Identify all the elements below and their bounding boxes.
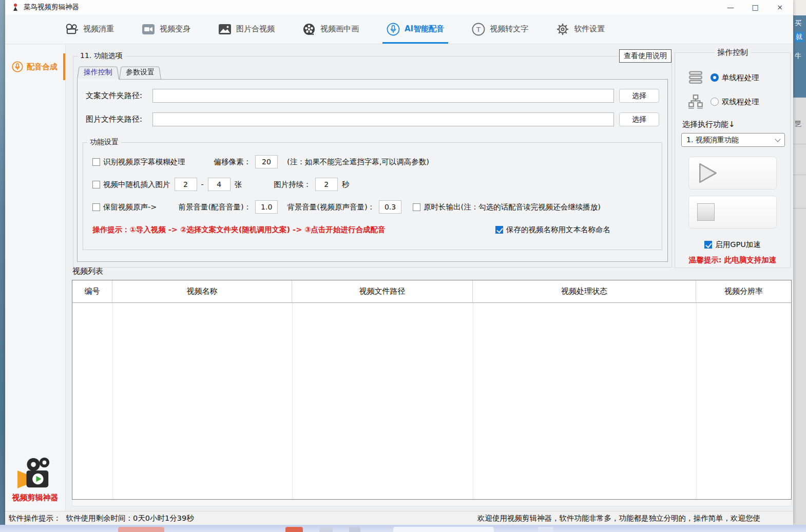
letter-t-icon: T [472,23,485,36]
select-function-label: 选择执行功能↓ [682,120,735,129]
status-left: 软件操作提示： 软件使用剩余时间：0天0小时1分39秒 [5,514,194,523]
taskbar [0,525,806,532]
sidebar-item-dubbing[interactable]: 配音合成 [5,55,65,79]
tab-label: 视频消重 [83,24,114,34]
single-thread-icon [687,70,704,85]
column-header-name[interactable]: 视频名称 [112,280,292,302]
gpu-hint: 温馨提示: 此电脑支持加速 [675,255,790,265]
column-header-index[interactable]: 编号 [72,280,112,302]
tab-label: 视频画中画 [320,24,359,34]
desktop-edge-right: 买 就 牛 乬 [793,0,806,532]
tab-label: 视频转文字 [490,24,528,34]
tab-ai-dubbing[interactable]: AI智能配音 [385,14,446,44]
tab-image-to-video[interactable]: 图片合视频 [216,14,277,44]
gear-icon [556,23,569,36]
subtitle-blur-checkbox[interactable] [92,158,100,166]
column-divider [292,303,293,499]
status-prefix: 软件操作提示： [9,514,61,523]
gpu-checkbox[interactable] [704,241,712,249]
sidebar: 配音合成 视频剪辑神器 [5,45,66,511]
column-divider [112,303,113,499]
maximize-button[interactable]: □ [743,0,767,14]
radio-on-icon [711,73,719,82]
dual-thread-radio[interactable]: 双线程处理 [711,97,759,107]
single-thread-radio[interactable]: 单线程处理 [711,73,759,83]
insert-unit: 张 [235,180,242,189]
app-logo-icon [11,3,20,11]
background-volume-input[interactable]: 0.3 [379,200,401,214]
titlebar: 菜鸟视频剪辑神器 — □ × [5,0,793,14]
tab-video-to-text[interactable]: T 视频转文字 [470,14,530,44]
keep-audio-row: 保留视频原声-> 前景音量(配音音量)： 1.0 背景音量(视频原声音量)： 0… [92,200,656,214]
tab-operation-control[interactable]: 操作控制 [77,65,119,79]
nav-bar: 视频消重 视频变身 图片合视频 [5,14,793,44]
horizontal-scrollbar[interactable] [72,500,792,506]
keep-original-audio-checkbox[interactable] [92,203,100,211]
tab-parameter-settings[interactable]: 参数设置 [119,65,161,79]
edge-glyph: 就 [795,32,803,42]
operation-control-panel: 操作控制 单线程处理 [675,52,791,268]
view-instructions-button[interactable]: 查看使用说明 [619,49,671,63]
stop-button[interactable] [688,196,777,229]
panel-title: 操作控制 [715,48,751,58]
function-settings-group: 功能设置 识别视频原字幕模糊处理 偏移像素： 20 (注：如果不能完全遮挡字幕,… [83,142,662,250]
movie-camera-logo-icon [15,457,55,490]
tab-video-pip[interactable]: 视频画中画 [300,14,361,44]
chevron-down-icon [775,136,780,142]
function-select[interactable]: 1. 视频消重功能 [681,133,785,147]
taskbar-item[interactable] [319,527,333,532]
save-name-checkbox[interactable] [495,226,503,234]
play-icon [697,161,719,185]
minimize-button[interactable]: — [718,0,743,14]
operation-control-tab-content: 文案文件夹路径: 选择 图片文件夹路径: 选择 功能设置 [77,79,668,262]
text-folder-input[interactable] [152,89,614,103]
image-folder-input[interactable] [152,112,614,126]
radio-off-icon [711,98,719,106]
taskbar-item[interactable] [285,527,303,532]
edge-glyph: 牛 [795,51,801,61]
close-button[interactable]: × [767,0,792,14]
choose-text-folder-button[interactable]: 选择 [619,89,659,103]
edge-glyph: 买 [795,18,801,28]
taskbar-item[interactable] [118,527,164,532]
column-header-resolution[interactable]: 视频分辨率 [696,280,791,302]
remaining-time: 软件使用剩余时间：0天0小时1分39秒 [66,514,194,523]
taskbar-item[interactable] [349,527,360,532]
column-header-status[interactable]: 视频处理状态 [473,280,696,302]
microphone-icon [12,61,23,72]
desktop-edge-left [0,0,5,532]
video-list-table[interactable]: 编号 视频名称 视频文件路径 视频处理状态 视频分辨率 [72,280,792,500]
active-indicator [63,53,65,80]
image-duration-input[interactable]: 2 [315,178,338,191]
start-button[interactable] [688,157,777,189]
edge-glyph: 乬 [795,119,801,128]
subtitle-blur-label: 识别视频原字幕模糊处理 [103,157,185,167]
microphone-icon [387,23,400,36]
background-window-top [793,0,806,15]
taskbar-item[interactable] [538,527,553,532]
range-dash: - [201,180,204,188]
tab-video-dedup[interactable]: 视频消重 [63,14,116,44]
image-duration-label: 图片持续： [274,180,311,189]
insert-min-input[interactable]: 2 [175,178,197,191]
choose-image-folder-button[interactable]: 选择 [619,112,659,126]
hint-row: 操作提示：①导入视频 -> ②选择文案文件夹(随机调用文案) -> ③点击开始进… [92,225,656,235]
tab-video-transform[interactable]: 视频变身 [140,14,193,44]
single-thread-row: 单线程处理 [687,70,759,85]
save-name-group: 保存的视频名称用文本名称命名 [495,225,610,235]
foreground-volume-input[interactable]: 1.0 [255,200,278,214]
offset-pixels-input[interactable]: 20 [255,155,278,168]
insert-images-checkbox[interactable] [92,181,100,188]
column-header-path[interactable]: 视频文件路径 [292,280,473,302]
taskbar-item[interactable] [393,527,494,532]
window-title: 菜鸟视频剪辑神器 [24,3,79,12]
stop-icon [697,203,715,221]
svg-text:T: T [476,26,481,33]
status-bar: 软件操作提示： 软件使用剩余时间：0天0小时1分39秒 欢迎使用视频剪辑神器，软… [5,511,793,525]
function-tabs: 操作控制 参数设置 [77,65,161,79]
insert-max-input[interactable]: 4 [208,178,231,191]
tab-settings[interactable]: 软件设置 [554,14,607,44]
original-duration-checkbox[interactable] [413,203,420,211]
logo-caption: 视频剪辑神器 [5,493,65,503]
original-duration-label: 原时长输出(注：勾选的话配音读完视频还会继续播放) [424,202,601,212]
